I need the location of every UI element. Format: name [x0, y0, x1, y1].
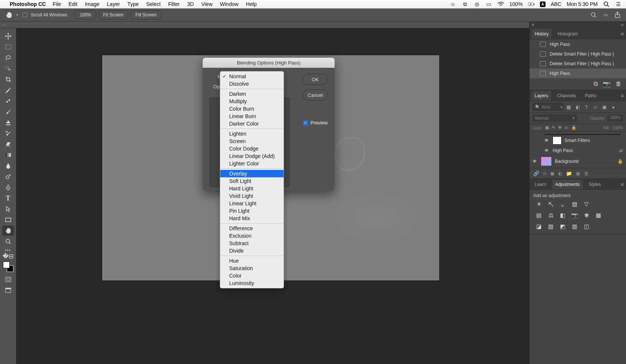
rectangle-tool-icon[interactable]: [2, 215, 14, 225]
tab-histogram[interactable]: Histogram: [554, 29, 581, 39]
layer-filter-kind[interactable]: 🔍Kind▾: [532, 103, 563, 111]
panel-collapse-bar[interactable]: ×‹‹: [529, 22, 626, 28]
blend-mode-option[interactable]: Soft Light: [220, 177, 284, 185]
smart-filters-row[interactable]: 👁 Smart Filters: [529, 135, 626, 146]
lock-all-icon[interactable]: 🔒: [571, 125, 576, 130]
share-icon[interactable]: [613, 11, 622, 19]
frame-icon[interactable]: ▭: [601, 11, 610, 19]
scroll-all-checkbox[interactable]: [23, 13, 27, 17]
blend-mode-option[interactable]: Color Dodge: [220, 145, 284, 152]
fit-screen-button[interactable]: Fit Screen: [98, 10, 129, 19]
brightness-icon[interactable]: ☀: [535, 200, 543, 208]
blend-mode-option[interactable]: Divide: [220, 247, 284, 254]
close-icon[interactable]: ×: [532, 22, 534, 28]
tab-layers[interactable]: Layers: [532, 91, 551, 101]
crop-tool-icon[interactable]: [2, 74, 14, 85]
menu-window[interactable]: Window: [220, 1, 238, 7]
tab-history[interactable]: History: [532, 29, 551, 39]
tab-learn[interactable]: Learn: [532, 180, 549, 189]
healing-tool-icon[interactable]: [2, 96, 14, 106]
blend-mode-option[interactable]: Hard Mix: [220, 215, 284, 222]
battery-icon[interactable]: [528, 2, 535, 7]
fill-screen-button[interactable]: Fill Screen: [130, 10, 161, 19]
search-icon[interactable]: [589, 11, 598, 19]
history-row[interactable]: Delete Smart Filter ( High Pass ): [529, 49, 626, 59]
menu-layer[interactable]: Layer: [107, 1, 120, 7]
vibrance-icon[interactable]: ▽: [582, 200, 591, 208]
new-layer-icon[interactable]: ▣: [576, 171, 580, 176]
lock-brush-icon[interactable]: ✎: [552, 125, 555, 130]
blur-tool-icon[interactable]: [2, 161, 14, 171]
pen-tool-icon[interactable]: [2, 182, 14, 193]
tab-styles[interactable]: Styles: [586, 180, 604, 189]
edit-toolbar-icon[interactable]: �⊟: [2, 253, 14, 259]
eraser-tool-icon[interactable]: [2, 139, 14, 149]
filter-blend-icon[interactable]: ⇄: [619, 148, 623, 153]
panel-menu-icon[interactable]: ≡: [621, 181, 624, 187]
stamp-tool-icon[interactable]: [2, 117, 14, 128]
filter-shape-icon[interactable]: ▱: [592, 104, 599, 110]
blend-mode-option[interactable]: Vivid Light: [220, 192, 284, 200]
marquee-tool-icon[interactable]: [2, 42, 14, 52]
visibility-icon[interactable]: 👁: [544, 138, 550, 143]
blend-mode-option[interactable]: Hard Light: [220, 185, 284, 192]
app-name[interactable]: Photoshop CC: [10, 1, 46, 7]
blend-mode-option[interactable]: Lighten: [220, 130, 284, 137]
lock-pixels-icon[interactable]: ▦: [545, 125, 549, 130]
blend-mode-option[interactable]: Difference: [220, 225, 284, 232]
blend-mode-option[interactable]: Color: [220, 272, 284, 279]
dropbox-icon[interactable]: ⧉: [462, 1, 468, 7]
dnd-icon[interactable]: ⦸: [450, 1, 456, 7]
menu-3d[interactable]: 3D: [187, 1, 194, 7]
tab-channels[interactable]: Channels: [554, 91, 579, 101]
lock-position-icon[interactable]: ✥: [558, 125, 562, 130]
quick-mask-icon[interactable]: [2, 274, 14, 285]
blend-mode-option[interactable]: Dissolve: [220, 80, 284, 88]
tab-adjustments[interactable]: Adjustments: [552, 180, 583, 189]
fx-icon[interactable]: fx: [543, 171, 547, 176]
clock[interactable]: Mon 5:30 PM: [567, 1, 598, 7]
color-swatches[interactable]: [3, 262, 13, 272]
wifi-icon[interactable]: [497, 2, 504, 6]
blend-mode-dropdown[interactable]: Normal✓DissolveDarkenMultiplyColor BurnL…: [220, 71, 284, 288]
filter-smart-icon[interactable]: ▣: [601, 104, 608, 110]
path-select-tool-icon[interactable]: [2, 204, 14, 214]
preview-checkbox[interactable]: ✓: [303, 120, 308, 126]
mask-icon[interactable]: ◼: [550, 171, 554, 176]
history-row[interactable]: Delete Smart Filter ( High Pass ): [529, 59, 626, 69]
gradient-map-icon[interactable]: ▥: [570, 223, 579, 230]
brush-tool-icon[interactable]: [2, 107, 14, 117]
trash-icon[interactable]: 🗑: [616, 80, 622, 88]
history-row[interactable]: High Pass: [529, 39, 626, 49]
menu-type[interactable]: Type: [127, 1, 139, 7]
visibility-icon[interactable]: 👁: [532, 159, 538, 164]
cancel-button[interactable]: Cancel: [303, 89, 328, 101]
hand-tool-strip-icon[interactable]: [2, 225, 14, 236]
menu-file[interactable]: File: [53, 1, 61, 7]
history-brush-tool-icon[interactable]: [2, 128, 14, 139]
blend-mode-option[interactable]: Darken: [220, 90, 284, 98]
lasso-tool-icon[interactable]: [2, 53, 14, 63]
blend-mode-option[interactable]: Darker Color: [220, 120, 284, 127]
menu-select[interactable]: Select: [146, 1, 161, 7]
visibility-icon[interactable]: 👁: [544, 148, 550, 153]
quick-select-tool-icon[interactable]: [2, 63, 14, 74]
invert-icon[interactable]: ◪: [535, 223, 543, 230]
blend-mode-option[interactable]: Subtract: [220, 240, 284, 247]
blend-mode-option[interactable]: Overlay: [220, 170, 284, 177]
lut-icon[interactable]: ▦: [594, 212, 603, 219]
opacity-value[interactable]: 100%: [607, 115, 623, 121]
panel-menu-icon[interactable]: ≡: [621, 31, 624, 37]
blend-mode-option[interactable]: Linear Dodge (Add): [220, 152, 284, 160]
blend-mode-option[interactable]: Luminosity: [220, 279, 284, 287]
layer-thumbnail[interactable]: [541, 156, 552, 166]
blend-mode-option[interactable]: Linear Light: [220, 200, 284, 207]
blend-mode-option[interactable]: Linear Burn: [220, 113, 284, 120]
move-tool-icon[interactable]: [2, 31, 14, 41]
photo-filter-icon[interactable]: 📷: [570, 212, 579, 219]
lock-artboard-icon[interactable]: ▭: [565, 125, 568, 130]
blend-mode-option[interactable]: Normal✓: [220, 73, 284, 80]
airplay-icon[interactable]: ▭: [486, 1, 492, 7]
menu-edit[interactable]: Edit: [69, 1, 78, 7]
blend-mode-option[interactable]: Exclusion: [220, 232, 284, 240]
